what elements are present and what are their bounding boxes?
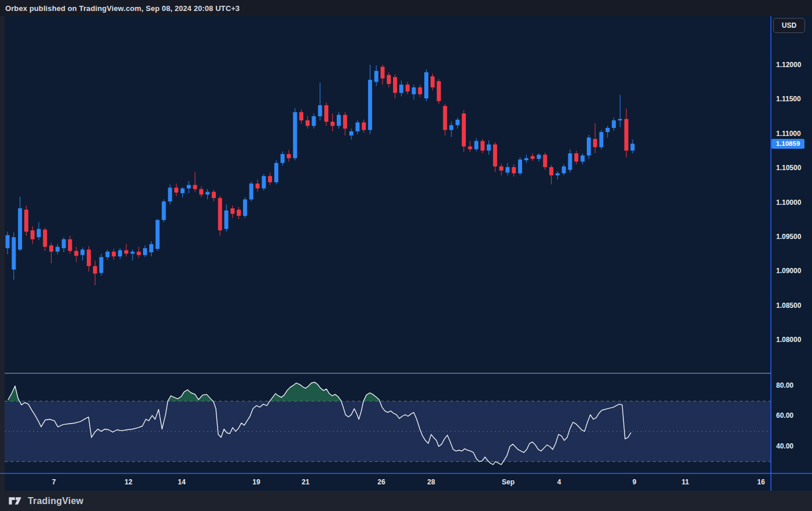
- candle-body: [212, 192, 216, 198]
- time-axis-label: 7: [52, 478, 56, 486]
- candle-body: [406, 84, 410, 91]
- candle-body: [343, 115, 347, 129]
- candle-body: [24, 209, 28, 231]
- candle-body: [187, 185, 191, 189]
- price-axis[interactable]: 1.120001.115001.110001.105001.100001.095…: [771, 16, 812, 473]
- candle-body: [556, 173, 560, 175]
- candle-body: [174, 188, 178, 192]
- candle-body: [337, 115, 341, 126]
- candle-body: [225, 211, 229, 229]
- time-axis-label: 11: [682, 478, 689, 486]
- footer-bar: TradingView: [0, 491, 812, 511]
- candle-body: [93, 266, 97, 274]
- time-axis-label: 12: [124, 478, 132, 486]
- candle-body: [262, 176, 266, 188]
- time-axis-label: 19: [252, 478, 260, 486]
- currency-toggle-button[interactable]: USD: [773, 18, 805, 33]
- candle-body: [306, 120, 310, 126]
- candle-body: [574, 153, 578, 161]
- candle-body: [506, 167, 510, 173]
- candle-body: [624, 119, 629, 151]
- candle-body: [499, 167, 504, 171]
- time-axis-label: 16: [757, 478, 765, 486]
- candle-body: [374, 71, 379, 82]
- candle-body: [281, 154, 285, 163]
- candle-body: [399, 84, 403, 93]
- candle-body: [37, 229, 41, 237]
- candle-body: [293, 112, 297, 159]
- candle-body: [168, 188, 172, 201]
- candle-body: [6, 235, 10, 248]
- candle-body: [568, 153, 572, 170]
- candle-body: [68, 239, 72, 251]
- candle-body: [149, 244, 153, 252]
- candle-body: [56, 247, 60, 252]
- candle-body: [393, 77, 397, 93]
- time-axis-label: 26: [377, 478, 385, 486]
- candle-body: [618, 119, 622, 120]
- tradingview-logo-icon[interactable]: [8, 496, 23, 506]
- candle-body: [418, 87, 422, 94]
- candle-body: [605, 128, 609, 132]
- candle-body: [324, 105, 328, 122]
- time-axis-label: 21: [302, 478, 309, 486]
- candlestick-rsi-chart[interactable]: [0, 16, 812, 491]
- current-price-label: 1.10859: [771, 139, 804, 149]
- candle-body: [49, 245, 53, 252]
- candle-body: [631, 144, 635, 150]
- candle-body: [31, 230, 35, 239]
- candle-body: [74, 251, 78, 256]
- candle-body: [156, 220, 160, 249]
- candle-body: [87, 249, 91, 266]
- candle-body: [100, 257, 104, 273]
- candle-body: [62, 239, 66, 248]
- price-axis-label: 1.10500: [776, 164, 801, 172]
- price-axis-label: 1.08000: [776, 336, 801, 344]
- candle-body: [350, 131, 354, 135]
- candle-body: [355, 123, 359, 131]
- candle-body: [124, 250, 128, 253]
- time-axis-label: Sep: [502, 478, 515, 486]
- candle-body: [299, 112, 303, 120]
- indicator-axis-label: 80.00: [776, 381, 793, 389]
- candle-body: [12, 237, 16, 270]
- time-axis-label: 4: [557, 478, 561, 486]
- candle-body: [330, 122, 335, 126]
- indicator-pane: [5, 382, 771, 479]
- candle-body: [230, 208, 234, 214]
- candle-body: [181, 189, 185, 193]
- candle-body: [249, 183, 253, 199]
- candle-body: [362, 123, 366, 130]
- candle-body: [593, 139, 597, 147]
- current-price-value: 1.10859: [776, 140, 800, 147]
- tradingview-brand-text[interactable]: TradingView: [28, 496, 83, 506]
- candle-body: [518, 160, 522, 174]
- candle-body: [218, 198, 222, 230]
- time-axis[interactable]: 7121419212628Sep491116: [0, 473, 812, 491]
- price-axis-label: 1.11000: [776, 130, 801, 138]
- candle-body: [18, 208, 22, 249]
- candle-body: [268, 176, 272, 182]
- candle-body: [493, 145, 497, 167]
- candle-body: [368, 80, 372, 130]
- candle-body: [524, 158, 528, 160]
- time-axis-label: 9: [633, 478, 637, 486]
- indicator-axis-label: 40.00: [776, 442, 793, 450]
- price-axis-label: 1.09000: [776, 267, 801, 275]
- candle-body: [412, 87, 416, 94]
- candle-body: [256, 183, 260, 188]
- candle-body: [137, 252, 141, 255]
- candle-body: [318, 105, 322, 116]
- candles-layer: [6, 65, 635, 285]
- candle-body: [424, 72, 428, 98]
- candle-body: [387, 75, 391, 84]
- price-axis-label: 1.08500: [776, 302, 801, 310]
- candle-body: [80, 249, 84, 255]
- candle-body: [287, 154, 291, 158]
- attribution-bar: Orbex published on TradingView.com, Sep …: [0, 0, 812, 16]
- price-axis-label: 1.11500: [776, 95, 801, 103]
- candle-body: [437, 81, 441, 101]
- candle-body: [131, 252, 135, 254]
- indicator-axis-label: 60.00: [776, 411, 793, 420]
- candle-body: [455, 120, 460, 126]
